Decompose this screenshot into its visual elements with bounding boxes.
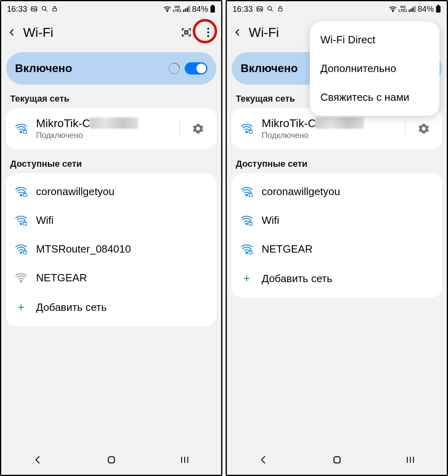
svg-point-22 bbox=[20, 280, 22, 282]
svg-point-27 bbox=[393, 11, 393, 12]
network-row[interactable]: coronawillgetyou bbox=[232, 177, 442, 206]
network-row[interactable]: Wifi bbox=[6, 206, 216, 235]
svg-rect-31 bbox=[414, 6, 415, 12]
network-row[interactable]: NETGEAR bbox=[232, 235, 442, 264]
wifi-secure-icon bbox=[240, 186, 254, 198]
network-name: coronawillgetyou bbox=[262, 185, 434, 198]
app-header: Wi-Fi bbox=[1, 17, 221, 48]
svg-point-13 bbox=[207, 35, 209, 37]
svg-point-14 bbox=[20, 131, 22, 133]
wifi-secure-icon bbox=[240, 123, 254, 134]
svg-rect-23 bbox=[108, 457, 114, 463]
svg-point-25 bbox=[268, 6, 271, 10]
system-nav-bar bbox=[227, 446, 447, 475]
cell-signal-icon bbox=[409, 6, 416, 12]
phone-right: 16:33 Vo)LTE1 84% bbox=[226, 0, 448, 476]
wifi-secure-icon bbox=[240, 244, 254, 255]
network-row[interactable]: coronawillgetyou bbox=[6, 177, 216, 206]
status-bar: 16:33 Vo)LTE1 84% bbox=[1, 1, 221, 17]
wifi-secure-icon bbox=[240, 215, 254, 226]
nav-back-button[interactable] bbox=[33, 455, 43, 467]
svg-rect-39 bbox=[249, 222, 252, 225]
svg-rect-28 bbox=[409, 10, 410, 12]
svg-rect-19 bbox=[23, 222, 27, 225]
nav-home-button[interactable] bbox=[332, 455, 342, 467]
divider bbox=[405, 119, 405, 138]
svg-rect-26 bbox=[278, 8, 282, 11]
svg-rect-7 bbox=[188, 6, 190, 12]
wifi-switch[interactable] bbox=[185, 62, 207, 74]
nav-back-button[interactable] bbox=[258, 455, 269, 467]
current-network-card: MikroTik-C Подключено bbox=[6, 108, 216, 149]
network-name: coronawillgetyou bbox=[36, 185, 208, 198]
add-network-row[interactable]: + Добавить сеть bbox=[232, 264, 442, 293]
section-available-networks: Доступные сети bbox=[227, 156, 447, 173]
redacted-ssid-part bbox=[315, 117, 364, 129]
current-network-row[interactable]: MikroTik-C Подключено bbox=[6, 112, 216, 145]
back-icon[interactable] bbox=[233, 27, 242, 38]
svg-rect-15 bbox=[23, 130, 27, 133]
wifi-toggle-row[interactable]: Включено bbox=[6, 52, 216, 85]
battery-icon bbox=[435, 5, 441, 13]
qr-scan-button[interactable] bbox=[177, 23, 195, 41]
loading-spinner-icon bbox=[166, 60, 182, 76]
svg-rect-37 bbox=[249, 193, 252, 196]
plus-icon: + bbox=[14, 300, 28, 314]
network-name: MTSRouter_084010 bbox=[36, 243, 208, 255]
network-row[interactable]: Wifi bbox=[232, 206, 442, 235]
current-network-status: Подключено bbox=[36, 131, 171, 140]
cell-signal-icon bbox=[183, 6, 190, 12]
divider bbox=[179, 119, 180, 138]
svg-rect-35 bbox=[249, 130, 252, 133]
svg-rect-2 bbox=[53, 8, 56, 11]
svg-rect-9 bbox=[211, 6, 215, 13]
svg-rect-21 bbox=[23, 251, 27, 254]
status-time: 16:33 bbox=[233, 4, 253, 14]
svg-point-36 bbox=[246, 194, 247, 196]
svg-rect-32 bbox=[437, 5, 439, 6]
network-settings-button[interactable] bbox=[188, 123, 208, 134]
svg-point-12 bbox=[207, 32, 209, 34]
more-menu-button[interactable] bbox=[199, 23, 217, 41]
nav-recents-button[interactable] bbox=[179, 455, 190, 466]
nav-home-button[interactable] bbox=[106, 455, 117, 467]
svg-point-34 bbox=[246, 131, 247, 133]
lock-icon bbox=[277, 5, 284, 13]
available-networks-card: coronawillgetyou Wifi NETGEAR + Добавить… bbox=[232, 173, 442, 298]
back-icon[interactable] bbox=[8, 27, 17, 38]
network-name: NETGEAR bbox=[36, 272, 208, 284]
add-network-row[interactable]: + Добавить сеть bbox=[6, 292, 216, 322]
svg-rect-29 bbox=[410, 8, 412, 12]
wifi-secure-icon bbox=[14, 215, 28, 226]
svg-rect-41 bbox=[249, 251, 252, 254]
wifi-open-icon bbox=[14, 272, 28, 284]
network-name: Wifi bbox=[36, 214, 208, 227]
network-row[interactable]: NETGEAR bbox=[6, 264, 216, 292]
svg-rect-8 bbox=[211, 5, 213, 6]
available-networks-card: coronawillgetyou Wifi MTSRouter_084010 N… bbox=[6, 173, 216, 326]
wifi-signal-icon bbox=[163, 6, 171, 12]
page-title: Wi-Fi bbox=[23, 25, 53, 40]
menu-item-wifi-direct[interactable]: Wi-Fi Direct bbox=[310, 26, 439, 54]
battery-icon bbox=[210, 5, 215, 13]
network-name: Wifi bbox=[262, 214, 434, 227]
search-icon bbox=[41, 5, 48, 13]
nav-recents-button[interactable] bbox=[405, 455, 416, 466]
network-name: NETGEAR bbox=[262, 243, 434, 255]
svg-point-16 bbox=[20, 194, 22, 196]
current-network-row[interactable]: MikroTik-C Подключено bbox=[232, 112, 442, 145]
svg-rect-17 bbox=[23, 193, 27, 196]
network-row[interactable]: MTSRouter_084010 bbox=[6, 235, 216, 264]
current-network-name: MikroTik-C bbox=[36, 117, 171, 130]
system-nav-bar bbox=[1, 446, 221, 475]
lock-icon bbox=[51, 5, 58, 13]
menu-item-advanced[interactable]: Дополнительно bbox=[310, 54, 439, 83]
network-settings-button[interactable] bbox=[414, 123, 434, 134]
svg-rect-5 bbox=[185, 8, 186, 12]
menu-item-contact-us[interactable]: Свяжитесь с нами bbox=[310, 83, 439, 112]
svg-point-1 bbox=[42, 6, 46, 10]
svg-point-20 bbox=[20, 252, 22, 253]
section-current-network: Текущая сеть bbox=[1, 91, 221, 108]
gallery-icon bbox=[30, 5, 38, 13]
volte-icon: Vo)LTE1 bbox=[399, 5, 407, 13]
